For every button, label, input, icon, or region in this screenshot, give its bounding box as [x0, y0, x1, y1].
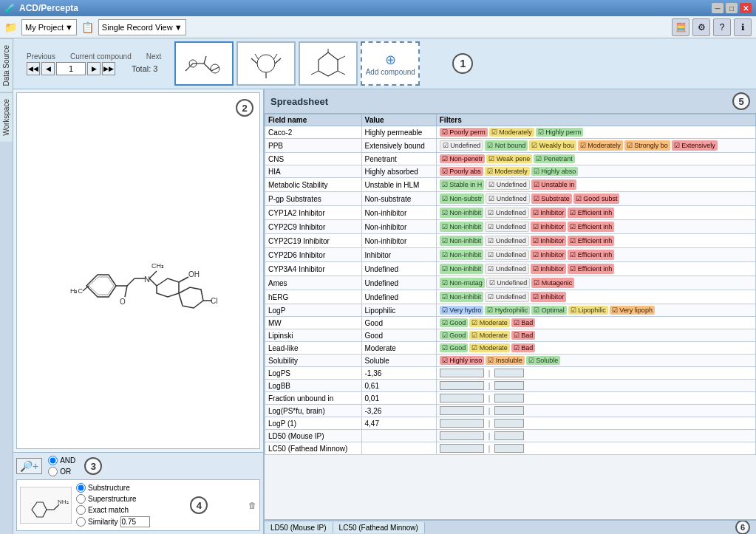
- help-button[interactable]: ?: [713, 18, 731, 36]
- calculator-button[interactable]: 🧮: [672, 18, 689, 36]
- add-query-button[interactable]: 🔎+: [16, 458, 42, 474]
- settings-button[interactable]: ⚙: [692, 18, 710, 36]
- nav-next-button[interactable]: ▶: [87, 62, 101, 75]
- filter-tag[interactable]: ☑ Highly inso: [440, 356, 485, 365]
- filter-tag[interactable]: ☑ Inhibitor: [531, 236, 567, 246]
- filter-tag[interactable]: ☑ Undefined: [486, 278, 531, 288]
- filter-tag[interactable]: ☑ Bad: [511, 318, 536, 327]
- filter-tag[interactable]: ☑ Inhibitor: [531, 222, 567, 232]
- filter-tag[interactable]: ☑ Bad: [511, 343, 536, 352]
- filter-tag[interactable]: ☑ Poorly abs: [440, 167, 483, 176]
- exact-match-radio[interactable]: Exact match: [76, 505, 150, 515]
- nav-first-button[interactable]: ◀◀: [27, 62, 40, 75]
- filter-tag[interactable]: ☑ Non-penetr: [440, 154, 486, 163]
- delete-query-button[interactable]: 🗑: [248, 501, 256, 510]
- table-row: LC50 (Fathead Minnow)|: [265, 442, 756, 455]
- filter-tag[interactable]: ☑ Hydrophilic: [485, 306, 530, 315]
- filter-tag[interactable]: ☑ Inhibitor: [531, 292, 567, 302]
- or-radio[interactable]: OR: [48, 467, 75, 476]
- filter-tag[interactable]: ☑ Moderately: [578, 140, 623, 151]
- filter-tag[interactable]: ☑ Moderate: [469, 318, 510, 327]
- filter-tag[interactable]: ☑ Lipophilic: [568, 306, 608, 315]
- filter-tag[interactable]: ☑ Bad: [511, 331, 536, 340]
- maximize-button[interactable]: □: [726, 3, 738, 13]
- view-dropdown[interactable]: Single Record View ▼: [98, 19, 186, 35]
- similarity-input[interactable]: [120, 516, 150, 527]
- filter-tag[interactable]: ☑ Mutagenic: [531, 278, 574, 288]
- and-radio[interactable]: AND: [48, 456, 75, 465]
- filter-tag[interactable]: ☑ Penetrant: [534, 154, 575, 163]
- value-cell: Soluble: [361, 355, 436, 367]
- add-compound-button[interactable]: ⊕ Add compound: [361, 41, 420, 86]
- filter-tag[interactable]: ☑ Weakly bou: [529, 140, 576, 151]
- status-lc50[interactable]: LC50 (Fathead Minnow): [333, 522, 425, 533]
- filter-tag[interactable]: ☑ Good: [440, 331, 469, 340]
- compound-thumb-1[interactable]: [174, 41, 234, 86]
- info-button[interactable]: ℹ: [734, 18, 752, 36]
- filter-tag[interactable]: ☑ Inhibitor: [531, 264, 567, 274]
- filter-tag[interactable]: ☑ Soluble: [526, 356, 561, 365]
- filter-tag[interactable]: ☑ Non-inhibit: [440, 208, 484, 218]
- filter-tag[interactable]: ☑ Efficient inh: [568, 236, 614, 246]
- filter-tag[interactable]: ☑ Moderate: [469, 343, 510, 352]
- filter-tag[interactable]: ☑ Undefined: [486, 194, 530, 204]
- filter-tag[interactable]: ☑ Very hydro: [440, 306, 484, 315]
- filter-tag[interactable]: ☑ Optimal: [531, 306, 567, 315]
- compound-thumb-2[interactable]: [236, 41, 296, 86]
- sidebar-tab-datasource[interactable]: Data Source: [0, 38, 13, 92]
- sidebar-tab-workspace[interactable]: Workspace: [0, 92, 13, 142]
- filter-tag[interactable]: ☑ Efficient inh: [568, 264, 614, 274]
- superstructure-radio[interactable]: Superstructure: [76, 494, 150, 504]
- status-ld50[interactable]: LD50 (Mouse IP): [265, 522, 333, 533]
- filter-tag[interactable]: ☑ Non-inhibit: [440, 236, 484, 246]
- filter-tag[interactable]: ☑ Moderate: [469, 331, 510, 340]
- filter-tag[interactable]: ☑ Non-substr: [440, 194, 485, 204]
- current-compound-input[interactable]: [56, 62, 86, 75]
- filter-tag[interactable]: ☑ Non-inhibit: [440, 292, 484, 302]
- filter-tag[interactable]: ☑ Efficient inh: [568, 250, 614, 260]
- compound-thumb-3[interactable]: [299, 41, 358, 86]
- filter-tag[interactable]: ☑ Very lipoph: [610, 306, 655, 315]
- filter-tag[interactable]: ☑ Non-inhibit: [440, 264, 484, 274]
- filter-tag[interactable]: ☑ Moderately: [485, 167, 530, 176]
- filter-tag[interactable]: ☑ Non-inhibit: [440, 222, 484, 232]
- filter-tag[interactable]: ☑ Undefined: [485, 264, 529, 274]
- filter-tag[interactable]: ☑ Undefined: [485, 236, 529, 246]
- filter-tag[interactable]: ☑ Good subst: [573, 194, 620, 204]
- project-dropdown[interactable]: My Project ▼: [21, 19, 77, 35]
- substructure-radio[interactable]: Substructure: [76, 483, 150, 493]
- filter-tag[interactable]: ☑ Substrate: [531, 194, 572, 204]
- filter-tag[interactable]: ☑ Unstable in: [531, 179, 577, 190]
- nav-prev-button[interactable]: ◀: [41, 62, 55, 75]
- filter-tag[interactable]: ☑ Good: [440, 343, 469, 352]
- filter-tag[interactable]: ☑ Undefined: [486, 179, 530, 190]
- filter-tag[interactable]: ☑ Non-inhibit: [440, 250, 484, 260]
- nav-last-button[interactable]: ▶▶: [102, 62, 115, 75]
- filter-tag[interactable]: ☑ Non-mutag: [440, 278, 485, 288]
- filter-tag[interactable]: ☑ Undefined: [440, 140, 484, 151]
- filter-tag[interactable]: ☑ Good: [440, 318, 469, 327]
- spreadsheet-container[interactable]: Field name Value Filters Caco-2Highly pe…: [265, 114, 756, 519]
- filters-cell: ☑ Good☑ Moderate☑ Bad: [436, 342, 755, 355]
- filter-tag[interactable]: ☑ Highly abso: [531, 167, 579, 176]
- filter-tag[interactable]: ☑ Poorly perm: [440, 128, 488, 137]
- similarity-radio[interactable]: Similarity: [76, 516, 150, 527]
- filter-tag[interactable]: ☑ Insoluble: [486, 356, 525, 365]
- close-button[interactable]: ✕: [740, 3, 752, 13]
- filter-tag[interactable]: ☑ Inhibitor: [531, 250, 567, 260]
- filter-tag[interactable]: ☑ Undefined: [485, 250, 529, 260]
- filter-tag[interactable]: ☑ Efficient inh: [568, 222, 614, 232]
- filter-tag[interactable]: ☑ Moderately: [489, 128, 534, 137]
- minimize-button[interactable]: ─: [712, 3, 723, 13]
- filter-tag[interactable]: ☑ Inhibitor: [531, 208, 567, 218]
- filter-tag[interactable]: ☑ Efficient inh: [568, 208, 614, 218]
- filter-tag[interactable]: ☑ Strongly bo: [624, 140, 670, 151]
- filter-tag[interactable]: ☑ Highly perm: [536, 128, 584, 137]
- filter-tag[interactable]: ☑ Undefined: [485, 292, 529, 302]
- filter-tag[interactable]: ☑ Undefined: [485, 222, 529, 232]
- filter-tag[interactable]: ☑ Weak pene: [486, 154, 532, 163]
- filter-tag[interactable]: ☑ Extensively: [672, 140, 718, 151]
- filter-tag[interactable]: ☑ Stable in H: [440, 179, 485, 190]
- filter-tag[interactable]: ☑ Not bound: [485, 140, 528, 151]
- filter-tag[interactable]: ☑ Undefined: [485, 208, 529, 218]
